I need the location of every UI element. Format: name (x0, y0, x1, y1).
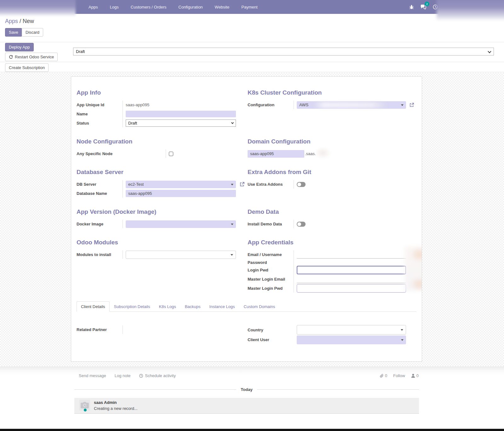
master-login-email-label: Master Login Email (248, 277, 294, 282)
menu-item-website[interactable]: Website (209, 0, 236, 14)
form-background: App Info App Unique Id saas-app095 Name … (0, 73, 504, 366)
bug-icon[interactable] (408, 4, 415, 10)
tab-client-details[interactable]: Client Details (77, 301, 110, 312)
tab-instance-logs[interactable]: Instance Logs (205, 301, 239, 312)
refresh-icon (9, 55, 13, 59)
breadcrumb-current: New (23, 18, 34, 24)
follow-button[interactable]: Follow (393, 373, 405, 378)
app-window: Apps Logs Customers / Orders Configurati… (0, 0, 504, 431)
blurred-credentials-patch (405, 247, 422, 291)
group-odoo-modules: Odoo Modules Modules to install (77, 239, 236, 293)
login-pwd-input[interactable] (297, 266, 406, 274)
email-username-label: Email / Username (248, 252, 294, 257)
configuration-select[interactable]: AWS (297, 101, 406, 109)
paperclip-icon (380, 374, 384, 378)
section-title: K8s Cluster Configuration (248, 89, 406, 96)
group-client-location: Country Client User (248, 325, 416, 345)
person-icon (411, 374, 415, 378)
chatter-message[interactable]: saas Admin Creating a new record... (74, 398, 419, 414)
blurred-text-patch (313, 102, 387, 108)
any-specific-node-checkbox[interactable] (169, 152, 173, 156)
country-select[interactable] (297, 325, 406, 335)
name-label: Name (77, 112, 123, 116)
use-extra-addons-toggle[interactable] (297, 182, 306, 187)
group-app-version: App Version (Docker Image) Docker Image (77, 208, 236, 229)
schedule-activity-button[interactable]: Schedule activity (139, 373, 176, 378)
blurred-user-area (437, 0, 504, 21)
send-message-button[interactable]: Send message (79, 373, 106, 378)
field-row-modules: Modules to install (77, 250, 236, 259)
control-panel: Apps / New Save Discard Deploy App Resta… (0, 14, 504, 73)
section-title: App Version (Docker Image) (77, 208, 236, 215)
menu-item-customers-orders[interactable]: Customers / Orders (125, 0, 172, 14)
section-title: Demo Data (248, 208, 406, 215)
client-user-select[interactable] (297, 335, 406, 344)
field-row-name: Name (77, 109, 236, 119)
section-title: Database Server (77, 169, 236, 176)
field-row-install-demo: Install Demo Data (248, 219, 406, 229)
chatter-actions: Send message Log note Schedule activity (79, 373, 176, 378)
master-login-pwd-input[interactable] (297, 284, 406, 293)
section-title: App Info (77, 89, 236, 96)
docker-image-label: Docker Image (77, 222, 123, 226)
field-row-country: Country (248, 325, 406, 335)
group-app-info: App Info App Unique Id saas-app095 Name … (77, 89, 236, 128)
field-row-database-name: Database Name saas-app095 (77, 189, 236, 198)
menu-item-logs[interactable]: Logs (104, 0, 125, 14)
log-note-button[interactable]: Log note (115, 373, 131, 378)
navbar-icon-group: 2 (408, 0, 438, 14)
field-row-login-pwd: Login Pwd (248, 265, 406, 275)
status-label: Status (77, 121, 123, 125)
tab-subscription-details[interactable]: Subscription Details (110, 301, 155, 312)
database-name-input[interactable]: saas-app095 (126, 190, 236, 197)
discard-button[interactable]: Discard (22, 28, 43, 37)
status-field-select[interactable]: Draft (126, 119, 236, 127)
field-row-status: Status Draft (77, 119, 236, 128)
status-select[interactable]: Draft (73, 48, 494, 55)
subdomain-input[interactable]: saas-app095 (248, 150, 304, 158)
blurred-brand-area (0, 0, 76, 16)
field-row-any-specific-node: Any Specific Node (77, 149, 236, 158)
group-demo-data: Demo Data Install Demo Data (248, 208, 416, 229)
message-author[interactable]: saas Admin (94, 400, 117, 405)
master-login-pwd-label: Master Login Pwd (248, 286, 294, 291)
date-divider-label: Today (241, 387, 252, 392)
master-login-email-input[interactable] (297, 275, 406, 283)
attachments-button[interactable]: 0 (380, 373, 387, 378)
group-database-server: Database Server DB Server ec2-Test (77, 169, 236, 198)
db-server-select[interactable]: ec2-Test (126, 181, 236, 188)
group-related-partner: Related Partner (77, 325, 236, 345)
database-name-label: Database Name (77, 191, 123, 196)
country-label: Country (248, 328, 294, 332)
tab-backups[interactable]: Backups (180, 301, 205, 312)
tab-k8s-logs[interactable]: K8s Logs (154, 301, 180, 312)
menu-item-apps[interactable]: Apps (83, 0, 104, 14)
section-title: Node Configuration (77, 138, 236, 145)
separator-line (0, 72, 504, 72)
email-username-input[interactable] (297, 251, 406, 259)
save-button[interactable]: Save (5, 28, 22, 37)
field-row-client-user: Client User (248, 335, 406, 344)
followers-button[interactable]: 0 (411, 373, 419, 378)
notebook-tabs: Client Details Subscription Details K8s … (77, 301, 416, 312)
external-link-icon[interactable] (409, 102, 414, 108)
deploy-app-button[interactable]: Deploy App (5, 43, 34, 51)
breadcrumb-apps-link[interactable]: Apps (5, 18, 18, 24)
external-link-icon[interactable] (239, 182, 245, 187)
tab-custom-domains[interactable]: Custom Domains (239, 301, 280, 312)
chat-icon[interactable]: 2 (420, 4, 427, 10)
modules-to-install-select[interactable] (126, 251, 236, 259)
name-input[interactable] (126, 111, 236, 117)
restart-odoo-service-button[interactable]: Restart Odoo Service (5, 53, 58, 61)
create-subscription-button[interactable]: Create Subscription (5, 63, 49, 72)
app-unique-id-value: saas-app095 (126, 102, 149, 107)
window-bottom-edge (0, 429, 504, 431)
app-unique-id-label: App Unique Id (77, 102, 123, 107)
menu-item-payment[interactable]: Payment (235, 0, 263, 14)
attachments-count: 0 (385, 373, 387, 378)
field-row-password: Password (248, 259, 406, 265)
install-demo-data-toggle[interactable] (297, 222, 306, 227)
menu-item-configuration[interactable]: Configuration (172, 0, 209, 14)
field-row-app-unique-id: App Unique Id saas-app095 (77, 100, 236, 109)
docker-image-select[interactable] (126, 220, 236, 228)
